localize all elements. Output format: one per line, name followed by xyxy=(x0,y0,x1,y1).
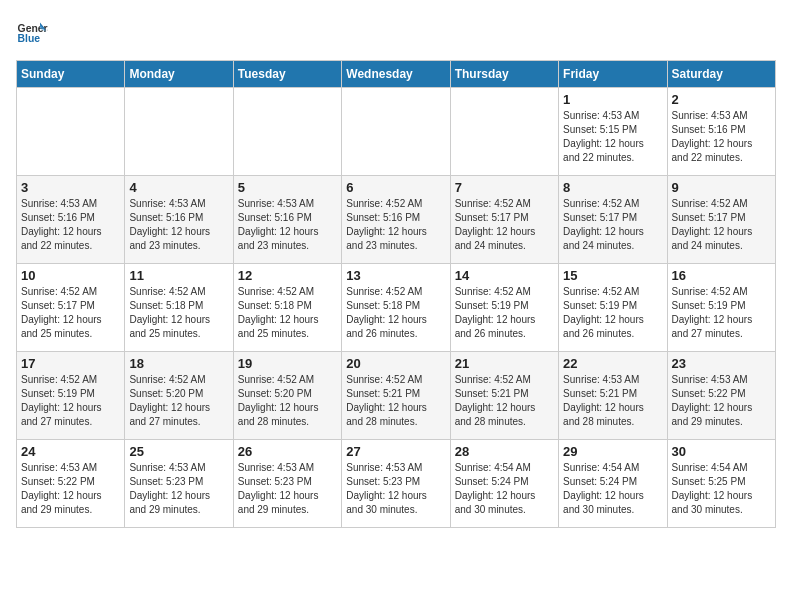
day-info: Sunrise: 4:52 AM Sunset: 5:18 PM Dayligh… xyxy=(346,285,445,341)
day-info: Sunrise: 4:54 AM Sunset: 5:24 PM Dayligh… xyxy=(455,461,554,517)
page-header: General Blue xyxy=(16,16,776,48)
weekday-header: Friday xyxy=(559,61,667,88)
calendar-cell: 5Sunrise: 4:53 AM Sunset: 5:16 PM Daylig… xyxy=(233,176,341,264)
day-number: 3 xyxy=(21,180,120,195)
day-number: 26 xyxy=(238,444,337,459)
calendar-cell xyxy=(17,88,125,176)
day-number: 23 xyxy=(672,356,771,371)
calendar-cell: 16Sunrise: 4:52 AM Sunset: 5:19 PM Dayli… xyxy=(667,264,775,352)
calendar-cell xyxy=(125,88,233,176)
calendar-cell: 9Sunrise: 4:52 AM Sunset: 5:17 PM Daylig… xyxy=(667,176,775,264)
logo-icon: General Blue xyxy=(16,16,48,48)
day-number: 9 xyxy=(672,180,771,195)
day-number: 28 xyxy=(455,444,554,459)
day-number: 11 xyxy=(129,268,228,283)
day-number: 25 xyxy=(129,444,228,459)
day-number: 4 xyxy=(129,180,228,195)
calendar-cell: 25Sunrise: 4:53 AM Sunset: 5:23 PM Dayli… xyxy=(125,440,233,528)
day-number: 27 xyxy=(346,444,445,459)
calendar-cell: 30Sunrise: 4:54 AM Sunset: 5:25 PM Dayli… xyxy=(667,440,775,528)
calendar-cell: 15Sunrise: 4:52 AM Sunset: 5:19 PM Dayli… xyxy=(559,264,667,352)
day-number: 6 xyxy=(346,180,445,195)
day-info: Sunrise: 4:53 AM Sunset: 5:22 PM Dayligh… xyxy=(21,461,120,517)
calendar-cell: 11Sunrise: 4:52 AM Sunset: 5:18 PM Dayli… xyxy=(125,264,233,352)
day-number: 15 xyxy=(563,268,662,283)
calendar-week-row: 17Sunrise: 4:52 AM Sunset: 5:19 PM Dayli… xyxy=(17,352,776,440)
calendar-cell: 8Sunrise: 4:52 AM Sunset: 5:17 PM Daylig… xyxy=(559,176,667,264)
calendar-week-row: 1Sunrise: 4:53 AM Sunset: 5:15 PM Daylig… xyxy=(17,88,776,176)
day-info: Sunrise: 4:53 AM Sunset: 5:16 PM Dayligh… xyxy=(672,109,771,165)
calendar-body: 1Sunrise: 4:53 AM Sunset: 5:15 PM Daylig… xyxy=(17,88,776,528)
day-info: Sunrise: 4:54 AM Sunset: 5:25 PM Dayligh… xyxy=(672,461,771,517)
day-info: Sunrise: 4:52 AM Sunset: 5:21 PM Dayligh… xyxy=(346,373,445,429)
weekday-header: Tuesday xyxy=(233,61,341,88)
weekday-header: Saturday xyxy=(667,61,775,88)
calendar-cell: 28Sunrise: 4:54 AM Sunset: 5:24 PM Dayli… xyxy=(450,440,558,528)
calendar-cell: 21Sunrise: 4:52 AM Sunset: 5:21 PM Dayli… xyxy=(450,352,558,440)
day-number: 2 xyxy=(672,92,771,107)
calendar-cell: 22Sunrise: 4:53 AM Sunset: 5:21 PM Dayli… xyxy=(559,352,667,440)
day-number: 1 xyxy=(563,92,662,107)
day-info: Sunrise: 4:52 AM Sunset: 5:18 PM Dayligh… xyxy=(238,285,337,341)
calendar-cell: 18Sunrise: 4:52 AM Sunset: 5:20 PM Dayli… xyxy=(125,352,233,440)
weekday-header: Thursday xyxy=(450,61,558,88)
calendar-cell: 13Sunrise: 4:52 AM Sunset: 5:18 PM Dayli… xyxy=(342,264,450,352)
calendar-cell: 20Sunrise: 4:52 AM Sunset: 5:21 PM Dayli… xyxy=(342,352,450,440)
day-info: Sunrise: 4:52 AM Sunset: 5:20 PM Dayligh… xyxy=(238,373,337,429)
day-number: 19 xyxy=(238,356,337,371)
day-info: Sunrise: 4:52 AM Sunset: 5:17 PM Dayligh… xyxy=(21,285,120,341)
weekday-header: Wednesday xyxy=(342,61,450,88)
day-info: Sunrise: 4:52 AM Sunset: 5:19 PM Dayligh… xyxy=(21,373,120,429)
day-info: Sunrise: 4:52 AM Sunset: 5:17 PM Dayligh… xyxy=(455,197,554,253)
day-number: 16 xyxy=(672,268,771,283)
weekday-header: Monday xyxy=(125,61,233,88)
day-number: 18 xyxy=(129,356,228,371)
calendar-cell: 7Sunrise: 4:52 AM Sunset: 5:17 PM Daylig… xyxy=(450,176,558,264)
day-number: 30 xyxy=(672,444,771,459)
day-info: Sunrise: 4:52 AM Sunset: 5:16 PM Dayligh… xyxy=(346,197,445,253)
calendar-cell: 23Sunrise: 4:53 AM Sunset: 5:22 PM Dayli… xyxy=(667,352,775,440)
day-number: 8 xyxy=(563,180,662,195)
calendar-cell: 4Sunrise: 4:53 AM Sunset: 5:16 PM Daylig… xyxy=(125,176,233,264)
logo: General Blue xyxy=(16,16,52,48)
weekday-header: Sunday xyxy=(17,61,125,88)
day-info: Sunrise: 4:52 AM Sunset: 5:17 PM Dayligh… xyxy=(563,197,662,253)
day-number: 5 xyxy=(238,180,337,195)
calendar-cell xyxy=(342,88,450,176)
day-info: Sunrise: 4:53 AM Sunset: 5:23 PM Dayligh… xyxy=(129,461,228,517)
calendar-week-row: 10Sunrise: 4:52 AM Sunset: 5:17 PM Dayli… xyxy=(17,264,776,352)
day-info: Sunrise: 4:53 AM Sunset: 5:23 PM Dayligh… xyxy=(238,461,337,517)
day-number: 12 xyxy=(238,268,337,283)
day-info: Sunrise: 4:52 AM Sunset: 5:19 PM Dayligh… xyxy=(563,285,662,341)
calendar-cell: 26Sunrise: 4:53 AM Sunset: 5:23 PM Dayli… xyxy=(233,440,341,528)
day-info: Sunrise: 4:53 AM Sunset: 5:15 PM Dayligh… xyxy=(563,109,662,165)
day-number: 14 xyxy=(455,268,554,283)
calendar-cell: 10Sunrise: 4:52 AM Sunset: 5:17 PM Dayli… xyxy=(17,264,125,352)
calendar-table: SundayMondayTuesdayWednesdayThursdayFrid… xyxy=(16,60,776,528)
day-info: Sunrise: 4:53 AM Sunset: 5:16 PM Dayligh… xyxy=(129,197,228,253)
day-info: Sunrise: 4:52 AM Sunset: 5:19 PM Dayligh… xyxy=(455,285,554,341)
calendar-cell: 3Sunrise: 4:53 AM Sunset: 5:16 PM Daylig… xyxy=(17,176,125,264)
calendar-cell: 12Sunrise: 4:52 AM Sunset: 5:18 PM Dayli… xyxy=(233,264,341,352)
day-info: Sunrise: 4:53 AM Sunset: 5:16 PM Dayligh… xyxy=(21,197,120,253)
calendar-cell: 6Sunrise: 4:52 AM Sunset: 5:16 PM Daylig… xyxy=(342,176,450,264)
day-number: 22 xyxy=(563,356,662,371)
calendar-cell xyxy=(233,88,341,176)
calendar-cell: 27Sunrise: 4:53 AM Sunset: 5:23 PM Dayli… xyxy=(342,440,450,528)
calendar-header-row: SundayMondayTuesdayWednesdayThursdayFrid… xyxy=(17,61,776,88)
day-info: Sunrise: 4:53 AM Sunset: 5:16 PM Dayligh… xyxy=(238,197,337,253)
day-info: Sunrise: 4:52 AM Sunset: 5:19 PM Dayligh… xyxy=(672,285,771,341)
day-info: Sunrise: 4:52 AM Sunset: 5:18 PM Dayligh… xyxy=(129,285,228,341)
day-info: Sunrise: 4:52 AM Sunset: 5:17 PM Dayligh… xyxy=(672,197,771,253)
calendar-week-row: 3Sunrise: 4:53 AM Sunset: 5:16 PM Daylig… xyxy=(17,176,776,264)
day-number: 17 xyxy=(21,356,120,371)
day-info: Sunrise: 4:53 AM Sunset: 5:21 PM Dayligh… xyxy=(563,373,662,429)
calendar-cell: 1Sunrise: 4:53 AM Sunset: 5:15 PM Daylig… xyxy=(559,88,667,176)
calendar-cell: 19Sunrise: 4:52 AM Sunset: 5:20 PM Dayli… xyxy=(233,352,341,440)
day-number: 29 xyxy=(563,444,662,459)
day-info: Sunrise: 4:53 AM Sunset: 5:22 PM Dayligh… xyxy=(672,373,771,429)
calendar-cell: 2Sunrise: 4:53 AM Sunset: 5:16 PM Daylig… xyxy=(667,88,775,176)
calendar-cell: 29Sunrise: 4:54 AM Sunset: 5:24 PM Dayli… xyxy=(559,440,667,528)
day-number: 10 xyxy=(21,268,120,283)
day-info: Sunrise: 4:54 AM Sunset: 5:24 PM Dayligh… xyxy=(563,461,662,517)
